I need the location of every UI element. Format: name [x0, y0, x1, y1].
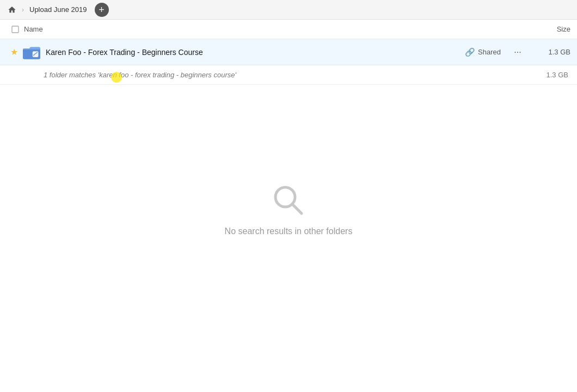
file-row[interactable]: ★ Karen Foo - Forex Trading - Beginners …: [0, 39, 577, 65]
column-header: Name Size: [0, 20, 577, 39]
file-name: Karen Foo - Forex Trading - Beginners Co…: [46, 48, 465, 57]
star-icon[interactable]: ★: [7, 47, 22, 57]
match-size: 1.3 GB: [530, 71, 568, 79]
folder-icon-wrap: [22, 45, 41, 60]
top-bar: › Upload June 2019 +: [0, 0, 577, 20]
more-options-button[interactable]: ···: [510, 44, 526, 60]
checkbox-icon: [11, 25, 20, 34]
shared-label: Shared: [478, 48, 501, 56]
svg-rect-0: [12, 26, 19, 33]
header-checkbox[interactable]: [7, 25, 24, 34]
home-button[interactable]: [4, 2, 20, 17]
folder-icon: [23, 45, 40, 60]
match-text: 1 folder matches 'karen foo - forex trad…: [44, 71, 530, 79]
empty-search-icon: [271, 183, 306, 218]
column-name-header: Name: [24, 25, 527, 33]
svg-rect-3: [33, 51, 39, 57]
file-size: 1.3 GB: [532, 48, 570, 56]
breadcrumb-label[interactable]: Upload June 2019: [26, 3, 90, 16]
match-info-row: 1 folder matches 'karen foo - forex trad…: [0, 65, 577, 85]
home-icon: [8, 5, 16, 14]
svg-line-7: [292, 204, 302, 213]
empty-state: No search results in other folders: [0, 183, 577, 236]
add-button[interactable]: +: [95, 3, 109, 17]
empty-state-text: No search results in other folders: [225, 226, 353, 236]
breadcrumb-separator: ›: [22, 6, 24, 14]
link-icon: 🔗: [465, 47, 475, 57]
shared-badge: 🔗 Shared: [465, 47, 501, 57]
column-size-header: Size: [527, 25, 570, 33]
